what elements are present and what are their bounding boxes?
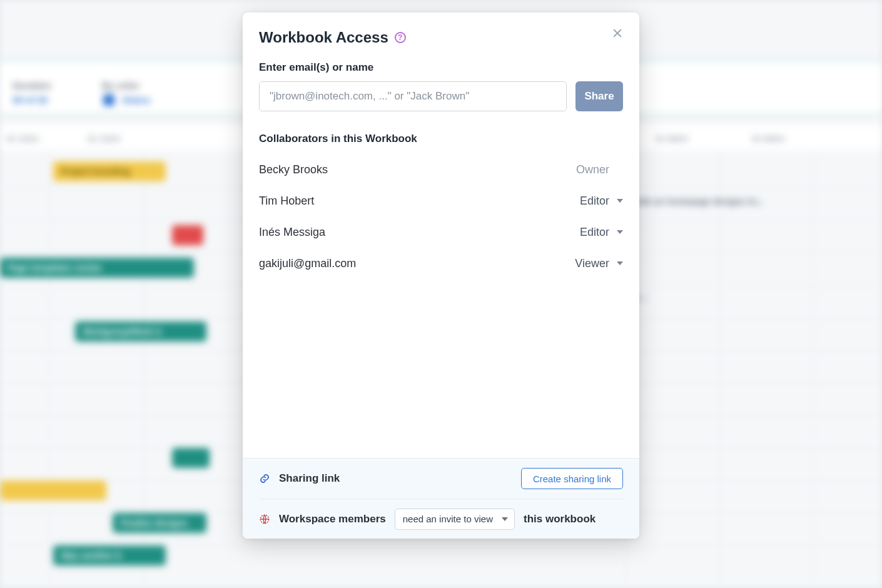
collaborator-role-owner: Owner	[576, 163, 623, 176]
close-icon	[612, 28, 623, 39]
help-icon[interactable]: ?	[395, 32, 406, 43]
collaborator-name: Becky Brooks	[259, 163, 328, 176]
chevron-down-icon	[617, 261, 623, 265]
collaborator-row: gakijuli@gmail.com Viewer	[259, 248, 623, 279]
collaborators-heading: Collaborators in this Workbook	[259, 133, 623, 145]
collaborators-list: Becky Brooks Owner Tim Hobert Editor Iné…	[259, 154, 623, 279]
workspace-members-label: Workspace members	[279, 513, 386, 525]
workspace-permission-select[interactable]: need an invite to view	[395, 509, 515, 530]
collaborator-role-select[interactable]: Editor	[580, 195, 623, 208]
role-label: Editor	[580, 195, 609, 208]
email-field-label: Enter email(s) or name	[259, 61, 623, 74]
link-icon	[259, 473, 270, 484]
chevron-down-icon	[617, 230, 623, 234]
share-button[interactable]: Share	[575, 81, 623, 111]
collaborator-row: Becky Brooks Owner	[259, 154, 623, 185]
collaborator-role-select[interactable]: Viewer	[575, 257, 623, 270]
role-label: Viewer	[575, 257, 609, 270]
workspace-permission-value: need an invite to view	[403, 514, 493, 524]
collaborator-name: gakijuli@gmail.com	[259, 257, 356, 270]
sharing-link-label: Sharing link	[279, 472, 340, 485]
collaborator-row: Inés Messiga Editor	[259, 216, 623, 248]
create-sharing-link-button[interactable]: Create sharing link	[521, 468, 623, 489]
modal-title: Workbook Access	[259, 29, 388, 46]
globe-icon	[259, 514, 270, 525]
workbook-access-modal: Workbook Access ? Enter email(s) or name…	[243, 13, 639, 539]
email-input[interactable]	[259, 81, 567, 111]
collaborator-role-select[interactable]: Editor	[580, 226, 623, 239]
workspace-trail-text: this workbook	[524, 513, 596, 525]
modal-footer: Sharing link Create sharing link Workspa…	[243, 458, 639, 539]
role-label: Editor	[580, 226, 609, 239]
chevron-down-icon	[617, 199, 623, 203]
collaborator-row: Tim Hobert Editor	[259, 185, 623, 216]
chevron-down-icon	[502, 517, 508, 521]
close-button[interactable]	[608, 24, 627, 43]
collaborator-name: Tim Hobert	[259, 195, 314, 208]
collaborator-name: Inés Messiga	[259, 226, 325, 239]
